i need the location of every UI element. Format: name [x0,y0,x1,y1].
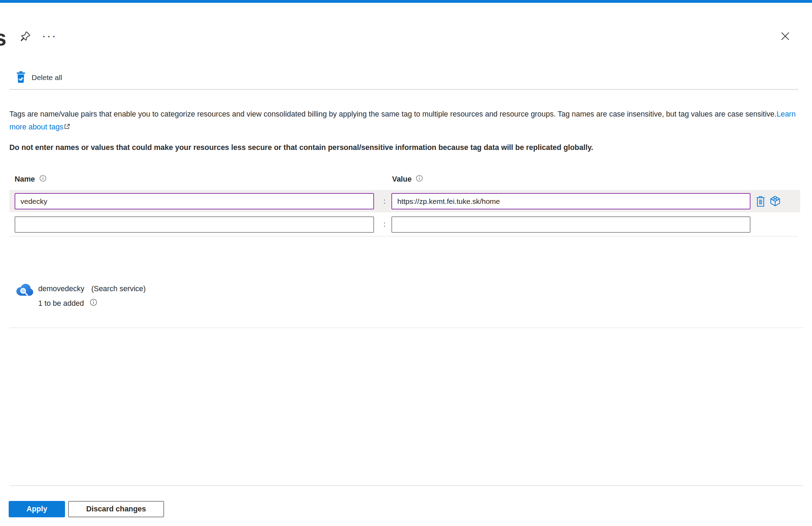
value-header-label: Value [392,175,412,184]
close-button[interactable] [777,29,793,45]
apply-button[interactable]: Apply [9,501,65,517]
value-column-header: Value [392,175,423,184]
tag-row: : [9,190,800,212]
delete-all-label: Delete all [32,73,62,82]
delete-all-icon [16,71,26,85]
info-icon[interactable] [39,175,47,184]
discard-changes-button[interactable]: Discard changes [68,501,164,517]
resource-cube-button[interactable] [768,194,782,209]
top-accent-bar [0,0,812,3]
info-icon[interactable] [416,175,423,184]
external-link-icon [64,121,70,134]
rows-divider [9,236,798,237]
ellipsis-icon: ··· [42,32,57,39]
tags-description-text: Tags are name/value pairs that enable yo… [9,110,777,118]
more-options-button[interactable]: ··· [40,28,58,43]
tag-name-input[interactable] [15,216,374,233]
close-icon [780,31,790,42]
resource-name: demovedecky [38,285,84,293]
pending-line: 1 to be added [38,298,97,308]
tag-value-input[interactable] [391,216,750,233]
security-warning-text: Do not enter names or values that could … [9,141,799,154]
resource-line: demovedecky (Search service) [38,285,146,293]
name-value-separator: : [381,197,388,205]
delete-tag-button[interactable] [753,194,768,209]
footer-divider [9,485,803,486]
tags-description: Tags are name/value pairs that enable yo… [9,108,799,134]
command-bar-divider [9,89,798,90]
tag-name-input[interactable] [15,193,374,209]
pin-button[interactable] [17,29,33,45]
resource-type: (Search service) [91,285,146,293]
pending-count: 1 to be added [38,299,84,308]
name-column-header: Name [15,175,47,184]
info-icon[interactable] [90,298,97,308]
pin-icon [19,30,31,44]
tag-row: : [9,212,800,236]
delete-all-button[interactable]: Delete all [16,71,62,85]
tag-value-input[interactable] [391,193,750,209]
trash-icon [755,195,766,208]
name-header-label: Name [15,175,35,184]
resource-divider [9,327,803,328]
search-service-icon [15,282,33,298]
page-title-partial: s [0,25,6,51]
name-value-separator: : [381,220,388,228]
cube-icon [769,195,781,208]
